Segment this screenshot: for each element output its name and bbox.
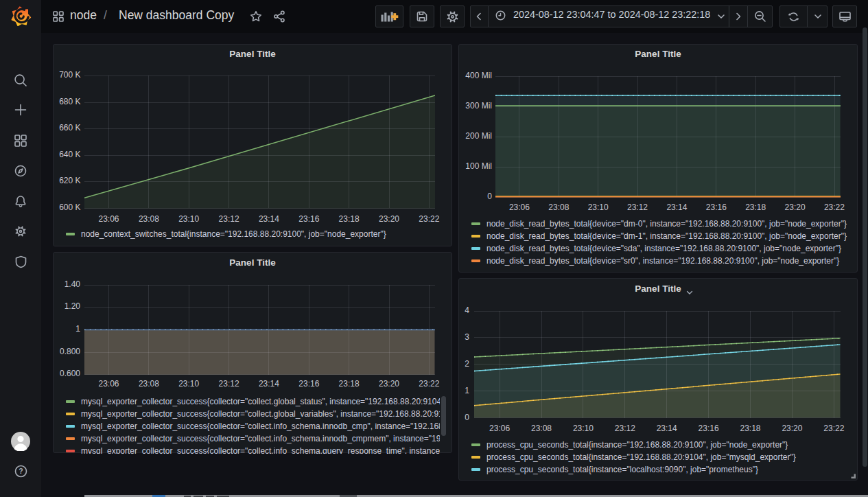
svg-text:?: ? [19,467,23,475]
